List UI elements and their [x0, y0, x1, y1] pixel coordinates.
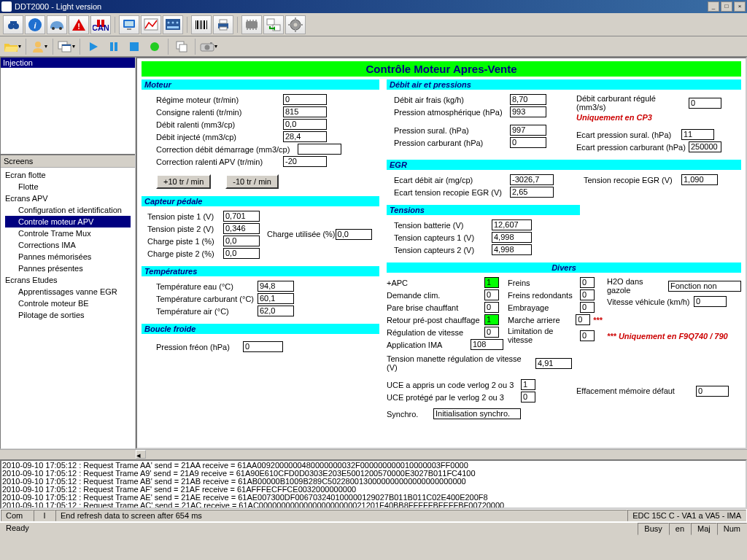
- close-button[interactable]: ×: [734, 1, 746, 12]
- svg-rect-45: [300, 24, 303, 26]
- svg-rect-2: [10, 21, 17, 24]
- maximize-button[interactable]: □: [721, 1, 732, 12]
- ecart-tension-egr-value: 2,65: [510, 187, 554, 198]
- tree-config-ident[interactable]: Configuration et identification: [5, 204, 131, 216]
- tree-flotte[interactable]: Flotte: [5, 181, 131, 192]
- status-num: Num: [717, 523, 747, 535]
- ecart-sural-label: Ecart pression sural. (hPa): [576, 131, 678, 139]
- temp-carb-label: Température carburant (°C): [156, 295, 255, 303]
- tension-manette-label: Tension manette régulation de vitesse (V…: [387, 354, 533, 372]
- limit-vitesse-value: 0: [580, 330, 595, 341]
- apc-label: +APC: [387, 279, 481, 287]
- stop-button[interactable]: [125, 39, 144, 55]
- status-busy: Busy: [638, 523, 668, 535]
- temp-header: Températures: [142, 266, 379, 276]
- svg-rect-29: [246, 21, 258, 28]
- tool-chip-icon[interactable]: [241, 15, 262, 34]
- corr-debit-dem-label: Correction débit démarrage (mm3/cp): [156, 145, 295, 154]
- freins-label: Freins: [508, 279, 577, 287]
- pare-brise-label: Pare brise chauffant: [387, 303, 481, 312]
- tool-warning-icon[interactable]: !: [69, 15, 89, 34]
- tool-user-icon[interactable]: ▾: [30, 39, 49, 55]
- tool-print-icon[interactable]: [213, 15, 233, 34]
- pression-sural-label: Pression sural. (hPa): [394, 126, 507, 135]
- tool-gear-icon[interactable]: [285, 15, 306, 34]
- module-item-injection[interactable]: Injection: [1, 58, 135, 68]
- debit-header: Débit air et pressions: [387, 79, 741, 90]
- charge-piste2-label: Charge piste 2 (%): [147, 249, 220, 258]
- play-button[interactable]: [84, 39, 103, 55]
- tool-transfer-icon[interactable]: [263, 15, 284, 34]
- tool-camera-icon[interactable]: ▾: [199, 39, 218, 55]
- record-button[interactable]: [145, 39, 164, 55]
- svg-rect-12: [125, 21, 133, 26]
- pare-brise-value: 0: [484, 302, 499, 313]
- pedale-header: Capteur pédale: [142, 196, 379, 206]
- minus-10-button[interactable]: -10 tr / min: [225, 174, 279, 189]
- log-line: 2010-09-10 17:05:12 : Request Trame AC' …: [2, 502, 745, 509]
- apc-value: 1: [484, 277, 499, 288]
- tool-barcode-icon[interactable]: [191, 15, 212, 34]
- limit-vitesse-label: Limitation de vitesse: [508, 327, 577, 344]
- tree-pannes-memorisees[interactable]: Pannes mémorisées: [5, 251, 131, 262]
- tool-binoculars-icon[interactable]: [3, 15, 23, 34]
- debit-carb-reg-label: Débit carburant régulé (mm3/s): [576, 94, 686, 112]
- regime-moteur-value: 0: [283, 94, 327, 105]
- tree-ecrans-apv[interactable]: Ecrans APV: [5, 192, 131, 204]
- tree-controle-moteur-be[interactable]: Controle moteur BE: [5, 298, 131, 309]
- svg-rect-19: [167, 26, 179, 28]
- tool-windows-icon[interactable]: ▾: [57, 39, 76, 55]
- tool-graph-icon[interactable]: [141, 15, 161, 34]
- marche-arr-value: 0: [576, 314, 590, 325]
- tree-corrections-ima[interactable]: Corrections IMA: [5, 239, 131, 251]
- plus-10-button[interactable]: +10 tr / min: [156, 174, 211, 189]
- tree-controle-moteur-apv[interactable]: Controle moteur APV: [5, 216, 131, 228]
- uce-appris-label: UCE a appris un code verlog 2 ou 3: [387, 381, 518, 389]
- svg-rect-28: [220, 27, 227, 30]
- app-title: DDT2000 - Light version: [15, 2, 101, 11]
- status-bar-2: Ready Busy en Maj Num: [0, 522, 747, 535]
- svg-rect-25: [206, 20, 207, 29]
- horizontal-scrollbar[interactable]: ◂: [0, 449, 747, 459]
- svg-rect-21: [197, 20, 198, 29]
- tool-car-icon[interactable]: [47, 15, 67, 34]
- charge-piste1-value: 0,0: [223, 236, 260, 246]
- tree-apprentissages-egr[interactable]: Apprentissages vanne EGR: [5, 286, 131, 298]
- screens-label: Screens: [1, 155, 135, 168]
- tree-ecran-flotte[interactable]: Ecran flotte: [5, 169, 131, 181]
- uce-protege-label: UCE protégé par le verlog 2 ou 3: [387, 393, 518, 402]
- tree-controle-trame-mux[interactable]: Controle Trame Mux: [5, 228, 131, 239]
- tool-info-icon[interactable]: i: [25, 15, 45, 34]
- pause-button[interactable]: [104, 39, 123, 55]
- pression-atmo-value: 993: [510, 106, 546, 117]
- charge-piste1-label: Charge piste 1 (%): [147, 237, 220, 246]
- tool-cascade-icon[interactable]: [172, 39, 191, 55]
- tension-capt1-label: Tension capteurs 1 (V): [394, 233, 489, 242]
- svg-rect-50: [110, 42, 113, 51]
- ecart-carb-value: 250000: [689, 141, 721, 152]
- left-sidebar: Injection Screens Ecran flotte Flotte Ec…: [0, 57, 136, 449]
- tool-open-icon[interactable]: ▾: [3, 39, 22, 55]
- module-list-panel: Injection: [1, 58, 135, 154]
- tool-monitor-icon[interactable]: [119, 15, 139, 34]
- svg-point-5: [52, 27, 55, 30]
- tool-scope-icon[interactable]: [163, 15, 183, 34]
- divers-note: *** Uniquement en F9Q740 / 790: [607, 332, 728, 341]
- charge-utilisee-label: Charge utilisée (%): [267, 230, 336, 238]
- tool-can-icon[interactable]: CAN: [90, 15, 111, 34]
- marche-arr-label: Marche arriere: [508, 316, 573, 324]
- debit-injecte-value: 28,4: [283, 131, 327, 142]
- uce-protege-value: 0: [521, 392, 535, 402]
- tree-pilotage-sorties[interactable]: Pilotage de sorties: [5, 309, 131, 321]
- minimize-button[interactable]: _: [708, 1, 719, 12]
- app-ima-label: Application IMA: [387, 341, 468, 349]
- tension-capt2-label: Tension capteurs 2 (V): [394, 246, 489, 254]
- page-title: Contrôle Moteur Apres-Vente: [142, 61, 741, 77]
- tree-ecrans-etudes[interactable]: Ecrans Etudes: [5, 274, 131, 286]
- tree-pannes-presentes[interactable]: Pannes présentes: [5, 262, 131, 274]
- vitesse-veh-value: 0: [694, 296, 727, 307]
- svg-point-17: [172, 21, 174, 23]
- screens-tree: Ecran flotte Flotte Ecrans APV Configura…: [1, 168, 135, 448]
- tension-manette-value: 4,91: [535, 358, 572, 369]
- egr-header: EGR: [387, 160, 741, 170]
